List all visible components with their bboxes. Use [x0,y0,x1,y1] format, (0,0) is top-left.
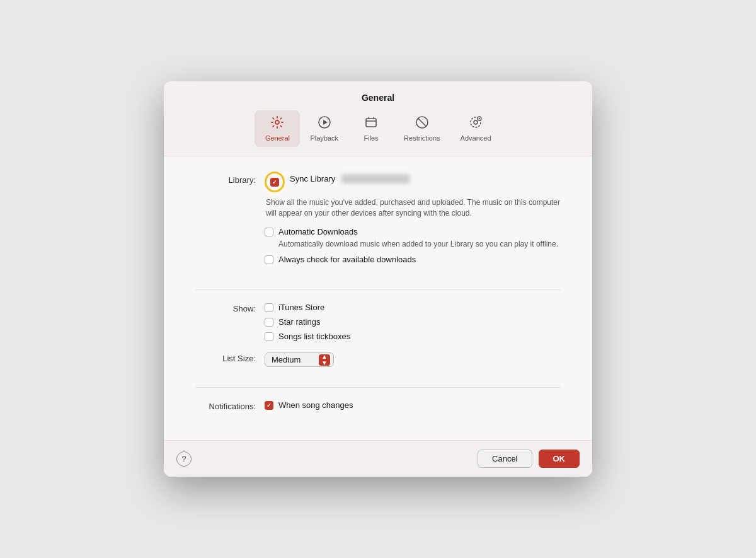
always-check-label: Always check for available downloads [278,255,416,264]
songs-list-tickboxes-row: Songs list tickboxes [265,332,561,341]
tab-restrictions-label: Restrictions [404,134,440,142]
svg-rect-3 [366,119,376,127]
always-check-checkbox[interactable] [265,255,273,264]
bottom-bar: ? Cancel OK [164,440,592,477]
svg-line-5 [418,118,426,126]
email-blurred: user@icloud.com [341,174,410,183]
auto-downloads-desc: Automatically download music when added … [278,239,558,250]
tab-playback-label: Playback [310,134,338,142]
star-ratings-label: Star ratings [278,317,320,327]
notifications-label: Notifications: [195,400,265,411]
show-row: Show: iTunes Store Star ratings Songs li… [195,303,561,346]
library-label: Library: [195,174,265,185]
sync-library-label: Sync Library user@icloud.com [290,174,410,183]
general-icon [270,115,284,132]
help-button[interactable]: ? [176,451,192,467]
svg-point-0 [275,120,279,124]
svg-point-6 [474,120,478,124]
songs-list-tickboxes-checkbox[interactable] [265,332,273,341]
show-content: iTunes Store Star ratings Songs list tic… [265,303,561,346]
tab-files-label: Files [364,134,378,142]
list-size-select-wrapper: Small Medium Large ▲ ▼ [265,352,334,367]
songs-list-tickboxes-label: Songs list tickboxes [278,332,350,341]
show-section: Show: iTunes Store Star ratings Songs li… [195,303,561,388]
content-area: Library: Sync Library user@icloud.com Sh… [164,156,592,440]
sync-library-checkbox-row: Sync Library user@icloud.com [265,174,561,192]
sync-library-desc: Show all the music you've added, purchas… [266,197,561,219]
svg-marker-2 [323,120,328,125]
when-song-changes-checkbox[interactable] [265,401,273,410]
auto-downloads-checkbox[interactable] [265,228,273,236]
star-ratings-row: Star ratings [265,317,561,327]
auto-downloads-content: Automatic Downloads Automatically downlo… [278,227,558,250]
notifications-section: Notifications: When song changes [195,400,561,415]
tab-general-label: General [265,134,290,142]
notifications-content: When song changes [265,400,561,415]
dialog-title: General [164,81,592,103]
list-size-select[interactable]: Small Medium Large [265,352,334,367]
itunes-store-row: iTunes Store [265,303,561,312]
itunes-store-checkbox[interactable] [265,303,273,312]
title-text: General [362,93,394,103]
action-buttons: Cancel OK [478,450,580,468]
tab-files[interactable]: Files [348,110,394,147]
sync-library-row: Library: Sync Library user@icloud.com Sh… [195,174,561,269]
help-label: ? [181,454,186,463]
tab-advanced-label: Advanced [461,134,491,142]
itunes-store-label: iTunes Store [278,303,324,312]
when-song-changes-row: When song changes [265,400,561,410]
auto-downloads-row: Automatic Downloads Automatically downlo… [265,227,561,250]
tab-playback[interactable]: Playback [300,110,348,147]
star-ratings-checkbox[interactable] [265,318,273,327]
library-section: Library: Sync Library user@icloud.com Sh… [195,174,561,290]
list-size-label: List Size: [195,352,265,363]
tab-restrictions[interactable]: Restrictions [394,110,450,147]
auto-downloads-label: Automatic Downloads [278,227,558,236]
show-label: Show: [195,303,265,313]
list-size-content: Small Medium Large ▲ ▼ [265,352,561,367]
sync-library-checkbox[interactable] [270,178,279,187]
preferences-dialog: General General Playback [164,81,592,477]
sync-library-highlight [265,171,285,192]
notifications-row: Notifications: When song changes [195,400,561,415]
cancel-button[interactable]: Cancel [478,450,532,468]
tab-general[interactable]: General [255,110,300,147]
library-content: Sync Library user@icloud.com Show all th… [265,174,561,269]
files-icon [364,115,378,132]
toolbar: General Playback Files [164,103,592,156]
when-song-changes-label: When song changes [278,400,353,410]
advanced-icon [469,115,483,132]
tab-advanced[interactable]: Advanced [450,110,501,147]
list-size-row: List Size: Small Medium Large ▲ ▼ [195,352,561,367]
always-check-row: Always check for available downloads [265,255,561,264]
restrictions-icon [415,115,429,132]
ok-button[interactable]: OK [539,450,580,468]
playback-icon [318,115,331,132]
